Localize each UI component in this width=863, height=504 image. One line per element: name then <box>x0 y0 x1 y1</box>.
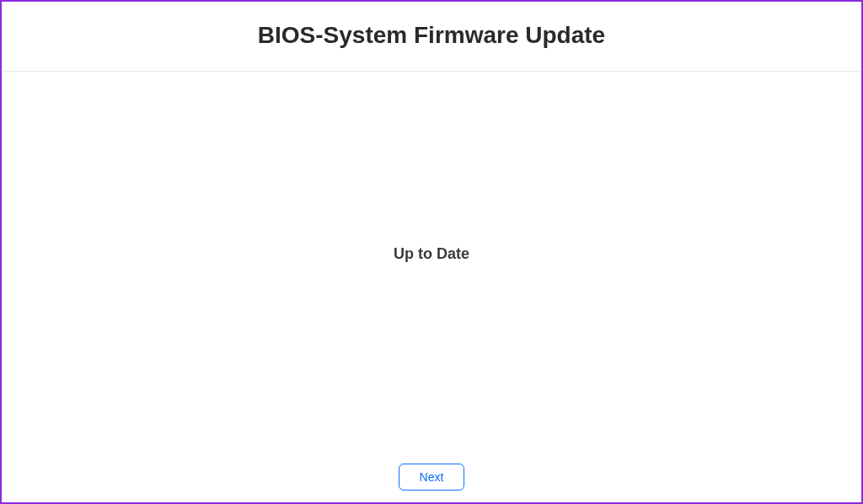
page-title: BIOS-System Firmware Update <box>2 22 861 49</box>
footer: Next <box>2 464 861 491</box>
status-message: Up to Date <box>2 245 861 263</box>
header: BIOS-System Firmware Update <box>2 2 861 72</box>
content-area: Up to Date <box>2 245 861 263</box>
next-button[interactable]: Next <box>399 464 465 491</box>
